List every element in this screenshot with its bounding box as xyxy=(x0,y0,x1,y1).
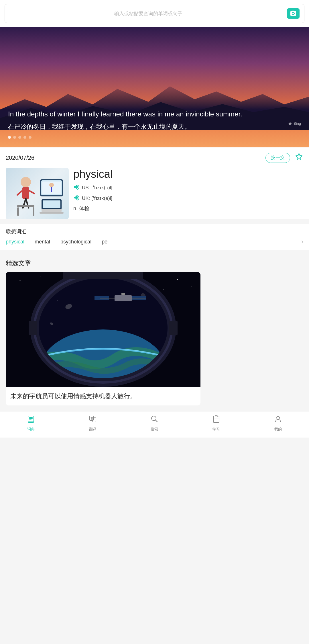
related-word-physical[interactable]: physical xyxy=(6,239,24,245)
chevron-right-icon[interactable]: › xyxy=(301,238,303,245)
dot-2[interactable] xyxy=(13,136,16,139)
svg-point-31 xyxy=(163,289,164,290)
articles-row: 未来的宇航员可以使用情感支持机器人旅行。 xyxy=(6,272,303,405)
nav-label-study: 学习 xyxy=(212,427,220,432)
svg-point-22 xyxy=(40,276,40,277)
svg-line-68 xyxy=(156,420,157,422)
wod-info: physical US: [ˈfɪzɪk(ə)l] xyxy=(73,168,303,219)
svg-rect-53 xyxy=(169,321,178,335)
hero-quote-zh: 在严冷的冬日，我终于发现，在我心里，有一个永无止境的夏天。 xyxy=(8,122,301,131)
sound-icon-us[interactable] xyxy=(73,184,80,192)
article-title-1[interactable]: 未来的宇航员可以使用情感支持机器人旅行。 xyxy=(10,391,196,401)
bing-label: Bing xyxy=(294,121,301,126)
nav-item-study[interactable]: 学习 xyxy=(185,415,247,432)
svg-rect-46 xyxy=(121,293,125,295)
dot-5[interactable] xyxy=(29,136,32,139)
book-icon xyxy=(212,415,220,425)
nav-label-search: 搜索 xyxy=(151,427,158,432)
wod-pronunciation-uk[interactable]: UK: [ˈfɪzɪk(ə)l] xyxy=(73,194,303,202)
nav-label-dictionary: 词典 xyxy=(27,427,35,432)
hero-banner: In the depths of winter I finally learne… xyxy=(0,27,309,147)
star-button[interactable] xyxy=(295,153,303,163)
search-bar-wrapper: 输入或粘贴要查询的单词或句子 xyxy=(0,0,309,27)
dictionary-icon xyxy=(27,415,35,425)
svg-rect-18 xyxy=(43,200,60,208)
camera-icon xyxy=(290,10,297,17)
wod-pronunciation-us[interactable]: US: [ˈfɪzɪk(ə)l] xyxy=(73,184,303,192)
refresh-button[interactable]: 换一换 xyxy=(265,153,290,163)
svg-point-0 xyxy=(292,13,294,14)
search-bar[interactable]: 输入或粘贴要查询的单词或句子 xyxy=(5,4,304,23)
wod-header: 2020/07/26 换一换 xyxy=(6,153,303,163)
svg-rect-19 xyxy=(40,212,64,214)
dot-4[interactable] xyxy=(23,136,26,139)
nav-item-dictionary[interactable]: 词典 xyxy=(0,415,62,432)
wod-date: 2020/07/26 xyxy=(6,155,265,161)
svg-point-28 xyxy=(192,286,192,287)
svg-line-7 xyxy=(29,191,34,194)
svg-rect-9 xyxy=(17,207,19,216)
article-image-1 xyxy=(6,272,200,387)
bing-badge: Bing xyxy=(288,121,301,126)
related-section: 联想词汇 physical mental psychological pe › xyxy=(0,224,309,250)
dot-3[interactable] xyxy=(18,136,21,139)
svg-rect-43 xyxy=(115,295,132,301)
article-card-1[interactable]: 未来的宇航员可以使用情感支持机器人旅行。 xyxy=(6,272,200,405)
nav-item-profile[interactable]: 我的 xyxy=(247,415,309,432)
hero-quote-en: In the depths of winter I finally learne… xyxy=(8,109,301,119)
svg-point-26 xyxy=(149,275,149,275)
svg-point-14 xyxy=(49,183,54,187)
search-icon xyxy=(150,415,158,425)
wod-image xyxy=(6,168,69,219)
svg-rect-8 xyxy=(17,205,34,207)
svg-rect-10 xyxy=(33,207,34,216)
svg-point-2 xyxy=(21,177,31,187)
related-words-row: physical mental psychological pe › xyxy=(6,238,303,250)
sound-icon-uk[interactable] xyxy=(73,194,80,202)
svg-point-72 xyxy=(277,416,280,419)
related-word-psychological[interactable]: psychological xyxy=(60,239,91,245)
wod-content: physical US: [ˈfɪzɪk(ə)l] xyxy=(6,168,303,219)
articles-header: 精选文章 xyxy=(6,259,303,268)
pronunciation-uk-text: UK: [ˈfɪzɪk(ə)l] xyxy=(82,195,112,201)
camera-button[interactable] xyxy=(287,8,300,19)
dots-indicator xyxy=(8,136,301,139)
svg-point-27 xyxy=(177,279,178,280)
related-header: 联想词汇 xyxy=(6,224,303,238)
article-text-1: 未来的宇航员可以使用情感支持机器人旅行。 xyxy=(6,387,200,405)
svg-rect-54 xyxy=(63,272,143,279)
dot-1[interactable] xyxy=(8,136,11,139)
svg-line-6 xyxy=(17,191,22,195)
svg-point-21 xyxy=(20,280,21,281)
svg-point-39 xyxy=(57,300,58,301)
word-of-day-section: 2020/07/26 换一换 xyxy=(0,147,309,219)
search-placeholder: 输入或粘贴要查询的单词或句子 xyxy=(9,10,287,17)
user-icon xyxy=(274,415,282,425)
svg-point-29 xyxy=(28,295,29,295)
nav-label-profile: 我的 xyxy=(274,427,282,432)
svg-rect-3 xyxy=(22,187,29,199)
svg-marker-1 xyxy=(288,122,292,125)
nav-label-translate: 翻译 xyxy=(89,427,97,432)
wod-definition: n. 体检 xyxy=(73,205,303,212)
svg-rect-52 xyxy=(29,321,37,335)
nav-item-search[interactable]: 搜索 xyxy=(124,415,186,432)
wod-word[interactable]: physical xyxy=(73,168,303,181)
wod-illustration xyxy=(6,168,69,219)
articles-section: 精选文章 xyxy=(0,253,309,405)
hero-text: In the depths of winter I finally learne… xyxy=(8,109,301,139)
related-word-pe[interactable]: pe xyxy=(102,239,107,245)
nav-item-translate[interactable]: 翻译 xyxy=(62,415,124,432)
translate-icon xyxy=(89,415,97,425)
bottom-nav: 词典 翻译 搜索 xyxy=(0,411,309,438)
pronunciation-us-text: US: [ˈfɪzɪk(ə)l] xyxy=(82,185,112,191)
related-word-mental[interactable]: mental xyxy=(35,239,50,245)
